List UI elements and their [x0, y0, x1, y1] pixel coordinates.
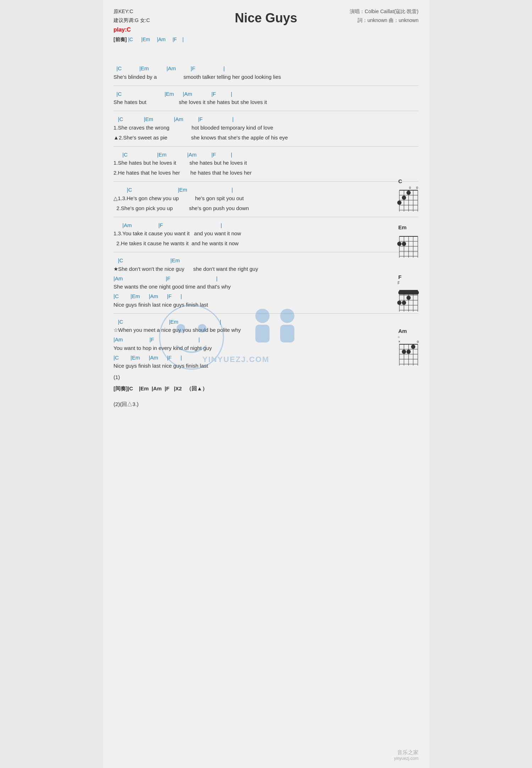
chord-line-2: |C |Em |Am |F |: [113, 90, 419, 98]
chord-diagram-Am: Am ○ × o: [397, 328, 422, 368]
chord-name-C: C: [397, 178, 402, 184]
lyric-6-1: 1.3.You take it cause you want it and yo…: [113, 229, 419, 238]
suggested-key: 建议男调:G 女:C: [113, 16, 184, 25]
chord-line-9: |C |Em |Am |F |: [113, 292, 419, 301]
chord-line-6: |Am |F |: [113, 221, 419, 230]
svg-point-39: [402, 301, 406, 305]
footer-line2: yinyuezj.com: [394, 756, 419, 761]
chord-name-F: F: [397, 274, 401, 280]
chord-grid-Em: [397, 231, 422, 260]
svg-point-40: [406, 296, 411, 300]
section-9: |C |Em |Am |F | Nice guys finish last ni…: [113, 292, 419, 309]
lyric-10-1: ☆When you meet a nice guy you should be …: [113, 326, 419, 334]
lyric-3-1: 1.She craves the wrong hot blooded tempo…: [113, 124, 419, 132]
chord-diagram-C: C o o: [397, 178, 422, 214]
lyric-5-1: △1.3.He's gon chew you up he's gon spit …: [113, 194, 419, 203]
section-6: |Am |F | 1.3.You take it cause you want …: [113, 221, 419, 248]
meta-right: 演唱：Colbie Caillat(寇比·凯雷) 詞：unknown 曲：unk…: [350, 7, 419, 25]
chord-grid-F: [397, 285, 422, 314]
content-area: C o o: [113, 65, 419, 408]
chord-line-12: |C |Em |Am |F |: [113, 354, 419, 362]
chord-line-4: |C |Em |Am |F |: [113, 151, 419, 159]
section-15: (2)(回△3.): [113, 400, 419, 408]
section-2: |C |Em |Am |F | She hates but she loves …: [113, 90, 419, 107]
prelude-chords: |C |Em |Am |F |: [128, 37, 184, 42]
performer: 演唱：Colbie Caillat(寇比·凯雷): [350, 7, 419, 16]
svg-text:×: ×: [398, 340, 400, 344]
chord-line-5: |C |Em |: [113, 186, 419, 194]
svg-point-13: [402, 196, 406, 200]
section-11: |Am |F | You want to hop in every kind o…: [113, 336, 419, 352]
lyric-1-1: She's blinded by a smooth talker telling…: [113, 73, 419, 81]
lyric-8-1: She wants the one night good time and th…: [113, 282, 419, 291]
lyric-3-2: ▲2.She's sweet as pie she knows that she…: [113, 133, 419, 142]
chord-name-Em: Em: [397, 224, 406, 230]
svg-point-38: [397, 301, 401, 305]
meta-left: 原KEY:C 建议男调:G 女:C play:C [前奏] |C |Em |Am…: [113, 7, 184, 44]
section-4: |C |Em |Am |F | 1.She hates but he loves…: [113, 151, 419, 177]
section-8: |Am |F | She wants the one night good ti…: [113, 275, 419, 291]
svg-point-53: [402, 350, 406, 354]
lyric-11-1: You want to hop in every kind of night g…: [113, 344, 419, 352]
chord-line-11: |Am |F |: [113, 336, 419, 344]
lyric-15-1: (2)(回△3.): [113, 400, 419, 408]
chord-line-3: |C |Em |Am |F |: [113, 115, 419, 124]
prelude-line: [前奏] |C |Em |Am |F |: [113, 35, 184, 44]
lyric-5-2: 2.She's gon pick you up she's gon push y…: [113, 204, 419, 213]
prelude-label: [前奏]: [113, 37, 127, 42]
svg-point-26: [402, 242, 406, 246]
svg-text:o: o: [409, 186, 411, 190]
lyric-9-1: Nice guys finish last nice guys finish l…: [113, 301, 419, 309]
lyric-6-2: 2.He takes it cause he wants it and he w…: [113, 239, 419, 248]
svg-text:o: o: [417, 340, 419, 344]
section-13: (1): [113, 373, 419, 382]
svg-point-54: [406, 350, 411, 354]
lyrics-credit: 詞：unknown 曲：unknown: [350, 16, 419, 25]
chord-diagrams: C o o: [397, 178, 422, 368]
chord-line-8: |Am |F |: [113, 275, 419, 283]
footer-line1: 音乐之家: [394, 749, 419, 756]
lyric-7-1: ★She don't won't the nice guy she don't …: [113, 265, 419, 273]
chord-line-7: |C |Em: [113, 257, 419, 265]
chord-diagram-F: F F: [397, 274, 422, 314]
lyric-2-1: She hates but she loves it she hates but…: [113, 98, 419, 106]
chord-grid-C: o o: [397, 185, 422, 214]
footer: 音乐之家 yinyuezj.com: [394, 749, 419, 761]
lyric-12-1: Nice guys finish last nice guys finish l…: [113, 362, 419, 370]
svg-point-25: [397, 242, 401, 246]
section-5: |C |Em | △1.3.He's gon chew you up he's …: [113, 186, 419, 213]
chord-line-10: |C |Em |: [113, 318, 419, 326]
section-10: |C |Em | ☆When you meet a nice guy you s…: [113, 318, 419, 335]
svg-point-55: [411, 345, 415, 349]
section-14: [间奏]|C |Em |Am |F |X2 （回▲）: [113, 384, 419, 393]
lyric-4-2: 2.He hates that he loves her he hates th…: [113, 169, 419, 177]
lyric-14-1: [间奏]|C |Em |Am |F |X2 （回▲）: [113, 384, 419, 393]
song-page: Nice Guys 原KEY:C 建议男调:G 女:C play:C [前奏] …: [103, 0, 429, 768]
play-key: play:C: [113, 25, 184, 35]
chord-grid-Am: × o: [397, 339, 422, 368]
chord-line-1: |C |Em |Am |F |: [113, 65, 419, 73]
chord-name-Am: Am: [397, 328, 407, 334]
original-key: 原KEY:C: [113, 7, 184, 16]
section-1: |C |Em |Am |F | She's blinded by a smoot…: [113, 65, 419, 81]
section-3: |C |Em |Am |F | 1.She craves the wrong h…: [113, 115, 419, 142]
svg-point-12: [406, 191, 411, 195]
svg-point-14: [397, 201, 401, 205]
section-7: |C |Em ★She don't won't the nice guy she…: [113, 257, 419, 273]
svg-text:o: o: [416, 186, 418, 190]
chord-diagram-Em: Em: [397, 224, 422, 260]
lyric-13-1: (1): [113, 373, 419, 382]
section-12: |C |Em |Am |F | Nice guys finish last ni…: [113, 354, 419, 371]
lyric-4-1: 1.She hates but he loves it she hates bu…: [113, 159, 419, 167]
